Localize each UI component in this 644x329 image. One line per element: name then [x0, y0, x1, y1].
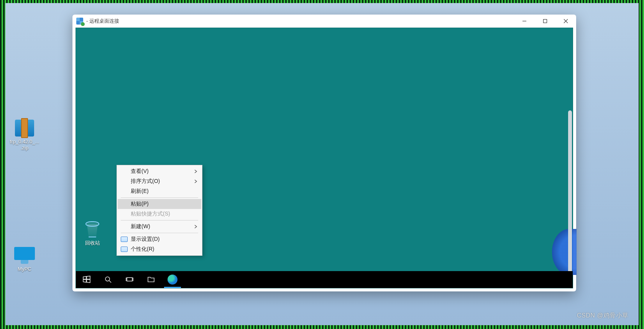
chevron-right-icon — [194, 178, 197, 184]
menu-item-label: 个性化(R) — [131, 246, 154, 253]
menu-item-personalize[interactable]: 个性化(R) — [118, 244, 201, 254]
display-icon — [121, 237, 128, 242]
host-desktop[interactable]: frp_0.42.0_... .zip MyPC - 远程桌面连接 — [5, 3, 639, 325]
menu-item-label: 粘贴快捷方式(S) — [131, 211, 170, 217]
remote-icon-label: 回收站 — [85, 240, 100, 247]
menu-item-label: 排序方式(O) — [131, 178, 160, 185]
menu-item-label: 查看(V) — [131, 168, 149, 175]
menu-item-new[interactable]: 新建(W) — [118, 222, 201, 232]
menu-item-paste[interactable]: 粘贴(P) — [118, 199, 201, 209]
desktop-icon-label: MyPC — [18, 266, 31, 272]
desktop-icon-zip[interactable]: frp_0.42.0_... .zip — [5, 120, 44, 151]
window-controls — [514, 15, 576, 28]
desktop-icon-label: frp_0.42.0_... .zip — [10, 139, 39, 151]
close-icon — [564, 19, 568, 23]
file-explorer-icon — [147, 276, 155, 283]
remote-desktop[interactable]: 回收站 查看(V) 排序方式(O) 刷新(E) — [76, 28, 573, 288]
menu-item-label: 显示设置(D) — [131, 236, 159, 243]
menu-item-label: 粘贴(P) — [131, 201, 149, 207]
svg-rect-0 — [544, 20, 547, 23]
menu-item-paste-shortcut: 粘贴快捷方式(S) — [118, 209, 201, 219]
background-decoration — [552, 229, 577, 275]
scanlines-frame: frp_0.42.0_... .zip MyPC - 远程桌面连接 — [0, 0, 644, 329]
menu-separator — [121, 233, 198, 233]
maximize-button[interactable] — [535, 15, 555, 28]
task-view-icon — [126, 276, 133, 283]
minimize-icon — [522, 19, 527, 23]
zip-icon — [14, 120, 35, 137]
windows-logo-icon — [83, 276, 90, 283]
rdp-app-icon — [76, 18, 83, 25]
desktop-icon-mypc[interactable]: MyPC — [5, 247, 44, 272]
svg-rect-2 — [127, 278, 132, 281]
remote-taskbar[interactable] — [76, 271, 573, 288]
remote-icon-recycle-bin[interactable]: 回收站 — [76, 219, 109, 247]
taskbar-start-button[interactable] — [76, 271, 97, 288]
svg-point-1 — [105, 277, 110, 281]
menu-separator — [121, 220, 198, 220]
chevron-right-icon — [194, 168, 197, 174]
menu-item-display-settings[interactable]: 显示设置(D) — [118, 234, 201, 244]
menu-item-refresh[interactable]: 刷新(E) — [118, 186, 201, 196]
taskbar-search-button[interactable] — [97, 271, 119, 288]
search-icon — [104, 276, 112, 283]
rdp-window[interactable]: - 远程桌面连接 — [72, 15, 576, 291]
menu-item-label: 刷新(E) — [131, 188, 149, 195]
edge-icon — [168, 275, 177, 285]
taskbar-edge-button[interactable] — [162, 271, 183, 288]
maximize-icon — [543, 19, 547, 23]
menu-separator — [121, 197, 198, 198]
personalize-icon — [121, 247, 128, 252]
close-button[interactable] — [555, 15, 576, 28]
window-titlebar[interactable]: - 远程桌面连接 — [72, 15, 576, 28]
taskbar-explorer-button[interactable] — [140, 271, 162, 288]
menu-item-view[interactable]: 查看(V) — [118, 166, 201, 176]
menu-item-label: 新建(W) — [131, 223, 150, 230]
chevron-right-icon — [194, 224, 197, 230]
recycle-bin-icon — [83, 219, 102, 237]
window-title-area: - 远程桌面连接 — [76, 18, 119, 25]
window-title: - 远程桌面连接 — [86, 18, 119, 25]
menu-item-sort-by[interactable]: 排序方式(O) — [118, 176, 201, 186]
watermark: CSDN @鸡骨小草 — [577, 312, 629, 320]
minimize-button[interactable] — [514, 15, 535, 28]
remote-scrollbar-vertical[interactable] — [568, 110, 572, 275]
desktop-context-menu: 查看(V) 排序方式(O) 刷新(E) 粘贴(P) 粘 — [117, 165, 202, 256]
taskbar-taskview-button[interactable] — [119, 271, 140, 288]
monitor-icon — [14, 247, 35, 265]
window-title-suffix: - 远程桌面连接 — [86, 18, 119, 24]
